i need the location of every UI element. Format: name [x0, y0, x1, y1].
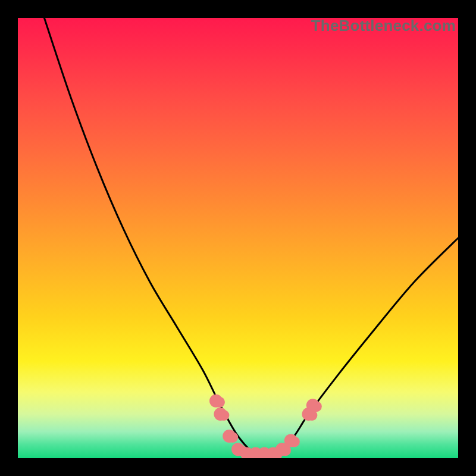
- chart-frame: TheBottleneck.com: [0, 0, 476, 476]
- gradient-background: [18, 18, 458, 458]
- watermark-label: TheBottleneck.com: [311, 18, 456, 33]
